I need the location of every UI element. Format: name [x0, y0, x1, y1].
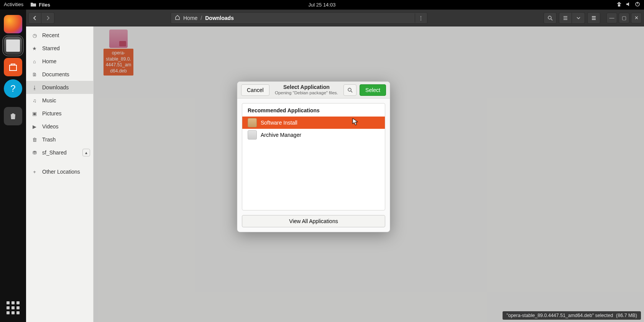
plus-icon: +: [31, 169, 38, 175]
gnome-top-panel: Activities Files Jul 25 14:03: [0, 0, 644, 10]
sidebar-item-music[interactable]: ♫Music: [26, 94, 93, 107]
sidebar-label: Starred: [42, 45, 60, 51]
dock-firefox-icon[interactable]: [4, 15, 22, 33]
sidebar-label: Videos: [42, 123, 59, 130]
sidebar-label: Downloads: [42, 84, 69, 90]
path-separator: /: [200, 15, 202, 21]
app-label: Software Install: [261, 120, 297, 126]
home-icon: ⌂: [31, 58, 38, 64]
minimize-button[interactable]: —: [606, 13, 617, 23]
recommended-heading: Recommended Applications: [242, 104, 385, 117]
path-current[interactable]: Downloads: [205, 15, 234, 21]
sidebar-item-recent[interactable]: ◷Recent: [26, 29, 93, 42]
videos-icon: ▶: [31, 123, 38, 130]
sidebar-label: Documents: [42, 71, 69, 77]
svg-rect-1: [637, 2, 638, 4]
current-app-menu[interactable]: Files: [30, 2, 50, 8]
maximize-button[interactable]: ▢: [619, 13, 629, 23]
sidebar-item-videos[interactable]: ▶Videos: [26, 120, 93, 133]
sidebar-label: Music: [42, 97, 56, 104]
clock-icon: ◷: [31, 32, 38, 38]
status-size: (86.7 MB): [616, 313, 637, 318]
select-application-dialog: Cancel Select Application Opening "Debia…: [237, 81, 390, 232]
dock-help-icon[interactable]: ?: [4, 79, 22, 98]
sidebar-item-downloads[interactable]: ⭳Downloads: [26, 81, 93, 94]
files-headerbar: Home / Downloads ⋮ — ▢ ✕: [26, 10, 644, 26]
view-all-applications-button[interactable]: View All Applications: [242, 215, 385, 227]
clock[interactable]: Jul 25 14:03: [309, 2, 336, 8]
dock: ?: [0, 10, 26, 322]
music-icon: ♫: [31, 97, 38, 104]
software-install-icon: [248, 118, 257, 127]
current-app-label: Files: [39, 2, 50, 8]
pathbar: Home / Downloads ⋮: [57, 12, 541, 24]
eject-icon[interactable]: ▲: [82, 149, 90, 156]
dock-software-icon[interactable]: [4, 58, 22, 76]
archive-manager-icon: [248, 130, 257, 140]
app-row-software-install[interactable]: Software Install: [242, 117, 385, 129]
status-bar: "opera-stable_89.0.4447.51_amd64.deb" se…: [503, 311, 641, 320]
cancel-button[interactable]: Cancel: [241, 84, 269, 96]
view-options-button[interactable]: [572, 12, 585, 24]
dialog-header: Cancel Select Application Opening "Debia…: [237, 82, 390, 99]
back-button[interactable]: [28, 12, 41, 24]
volume-icon[interactable]: [626, 2, 631, 8]
trash-icon: 🗑: [31, 136, 38, 143]
svg-point-2: [548, 16, 551, 19]
star-icon: ★: [31, 45, 38, 51]
home-icon: [175, 15, 180, 21]
path-menu-button[interactable]: ⋮: [415, 13, 426, 23]
select-button[interactable]: Select: [360, 84, 386, 96]
activities-button[interactable]: Activities: [4, 2, 23, 8]
show-applications-button[interactable]: [5, 300, 21, 316]
downloads-icon: ⭳: [31, 84, 38, 90]
sidebar-label: Pictures: [42, 110, 62, 117]
sidebar-label: Recent: [42, 32, 59, 38]
sidebar-item-starred[interactable]: ★Starred: [26, 42, 93, 55]
dock-trash-icon[interactable]: [4, 107, 22, 125]
pictures-icon: ▣: [31, 110, 38, 117]
status-text: "opera-stable_89.0.4447.51_amd64.deb" se…: [506, 313, 613, 318]
app-row-archive-manager[interactable]: Archive Manager: [242, 129, 385, 141]
sidebar-label: Home: [42, 58, 56, 64]
dialog-subtitle: Opening "Debian package" files.: [273, 90, 340, 95]
hamburger-menu-button[interactable]: [587, 12, 600, 24]
sidebar-item-pictures[interactable]: ▣Pictures: [26, 107, 93, 120]
network-icon[interactable]: [616, 2, 622, 8]
sidebar-item-other-locations[interactable]: +Other Locations: [26, 165, 93, 178]
view-list-button[interactable]: [559, 12, 572, 24]
files-app-icon: [30, 2, 36, 8]
close-button[interactable]: ✕: [631, 13, 642, 23]
sidebar-label: Trash: [42, 136, 56, 143]
svg-point-3: [348, 88, 351, 91]
sidebar-item-trash[interactable]: 🗑Trash: [26, 133, 93, 146]
sidebar-label: Other Locations: [42, 169, 80, 175]
sidebar-item-documents[interactable]: 🗎Documents: [26, 68, 93, 81]
places-sidebar: ◷Recent ★Starred ⌂Home 🗎Documents ⭳Downl…: [26, 26, 94, 322]
dialog-title: Select Application: [273, 84, 340, 90]
recommended-apps-list: Recommended Applications Software Instal…: [242, 103, 385, 210]
forward-button[interactable]: [41, 12, 54, 24]
sidebar-item-home[interactable]: ⌂Home: [26, 55, 93, 68]
app-label: Archive Manager: [261, 132, 301, 138]
search-button[interactable]: [544, 12, 557, 24]
pathbar-inner[interactable]: Home / Downloads ⋮: [171, 12, 427, 24]
documents-icon: 🗎: [31, 71, 38, 77]
power-icon[interactable]: [635, 2, 640, 8]
dialog-search-button[interactable]: [343, 84, 356, 96]
drive-icon: ⛃: [31, 150, 38, 156]
nav-buttons: [28, 12, 54, 24]
sidebar-item-sfshared[interactable]: ⛃sf_Shared▲: [26, 146, 93, 159]
sidebar-label: sf_Shared: [42, 150, 67, 156]
path-home[interactable]: Home: [183, 15, 197, 21]
dock-files-icon[interactable]: [4, 36, 22, 55]
